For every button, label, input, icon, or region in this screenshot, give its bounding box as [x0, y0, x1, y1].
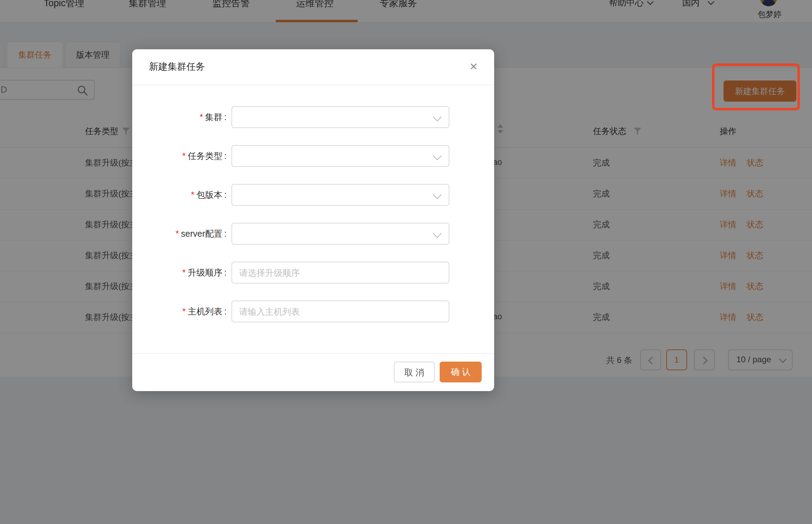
required-mark: *: [191, 190, 194, 200]
confirm-button[interactable]: 确 认: [440, 362, 482, 382]
form-row-cluster: *集群:: [132, 106, 494, 128]
new-cluster-task-modal: 新建集群任务 *集群: *任务类型: *包版本: *server配置: *升级顺…: [132, 49, 494, 391]
modal-header: 新建集群任务: [132, 49, 494, 85]
field-label: *主机列表:: [132, 301, 227, 322]
chevron-down-icon: [433, 151, 441, 160]
required-mark: *: [182, 306, 185, 316]
form-row-package-version: *包版本:: [132, 184, 494, 206]
upgrade-order-input[interactable]: 请选择升级顺序: [231, 262, 449, 284]
required-mark: *: [175, 229, 179, 238]
host-list-input[interactable]: 请输入主机列表: [231, 301, 449, 322]
form-row-task-type: *任务类型:: [132, 145, 494, 167]
package-version-select[interactable]: [231, 184, 449, 206]
annotation-highlight-box: [712, 64, 800, 110]
modal-title: 新建集群任务: [149, 60, 205, 73]
field-label: *升级顺序:: [132, 262, 227, 284]
field-label: *server配置:: [132, 223, 227, 245]
required-mark: *: [182, 151, 185, 161]
field-label: *包版本:: [132, 184, 227, 206]
input-placeholder: 请输入主机列表: [239, 301, 300, 322]
required-mark: *: [182, 268, 185, 277]
chevron-down-icon: [433, 112, 441, 121]
cancel-button[interactable]: 取 消: [394, 362, 435, 382]
form-row-host-list: *主机列表: 请输入主机列表: [132, 301, 494, 322]
chevron-down-icon: [433, 190, 441, 199]
cluster-select[interactable]: [231, 106, 449, 128]
server-config-select[interactable]: [231, 223, 449, 245]
chevron-down-icon: [433, 229, 441, 238]
required-mark: *: [199, 112, 203, 122]
field-label: *集群:: [132, 106, 227, 128]
app-screen: Topic管理 集群管理 监控告警 运维管控 专家服务 帮助中心 国内 包梦婷 …: [0, 0, 812, 524]
close-icon[interactable]: [466, 59, 481, 74]
input-placeholder: 请选择升级顺序: [239, 262, 300, 283]
modal-footer: 取 消 确 认: [132, 353, 494, 391]
task-type-select[interactable]: [231, 145, 449, 167]
form-row-server-config: *server配置:: [132, 223, 494, 245]
field-label: *任务类型:: [132, 145, 227, 167]
form-row-upgrade-order: *升级顺序: 请选择升级顺序: [132, 262, 494, 284]
